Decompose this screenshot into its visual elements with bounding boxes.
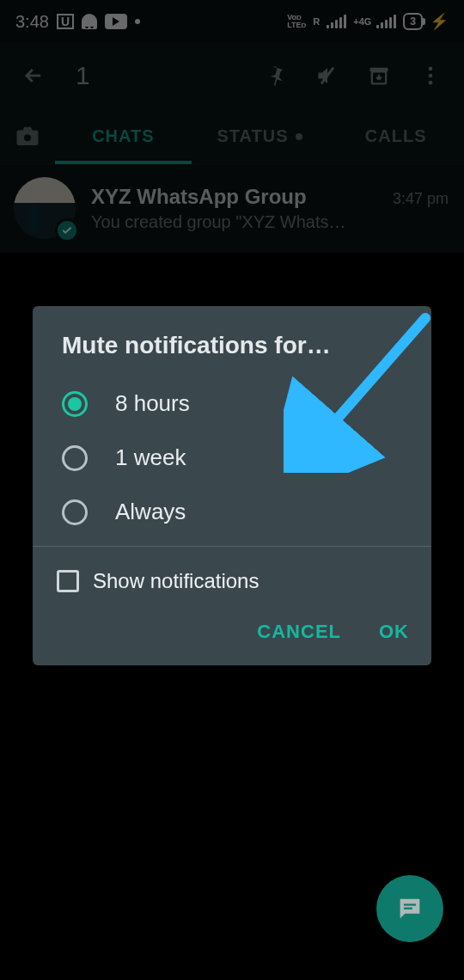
svg-rect-7 xyxy=(404,903,416,905)
cancel-button[interactable]: CANCEL xyxy=(257,621,341,643)
new-chat-fab[interactable] xyxy=(376,875,443,942)
checkbox-unchecked-icon xyxy=(57,570,79,592)
show-notifications-label: Show notifications xyxy=(93,569,259,593)
ok-button[interactable]: OK xyxy=(379,621,409,643)
new-chat-icon xyxy=(395,894,424,923)
radio-option-always[interactable]: Always xyxy=(33,485,431,539)
radio-label: 8 hours xyxy=(115,390,190,417)
radio-unselected-icon xyxy=(62,445,88,471)
radio-label: 1 week xyxy=(115,444,186,471)
radio-unselected-icon xyxy=(62,499,88,525)
mute-dialog: Mute notifications for… 8 hours 1 week A… xyxy=(33,306,431,665)
show-notifications-row[interactable]: Show notifications xyxy=(33,547,431,602)
dialog-title: Mute notifications for… xyxy=(33,306,431,377)
svg-rect-8 xyxy=(404,908,412,910)
radio-selected-icon xyxy=(62,391,88,417)
radio-option-1-week[interactable]: 1 week xyxy=(33,431,431,485)
radio-label: Always xyxy=(115,499,186,525)
radio-option-8-hours[interactable]: 8 hours xyxy=(33,377,431,431)
dialog-actions: CANCEL OK xyxy=(33,602,431,657)
